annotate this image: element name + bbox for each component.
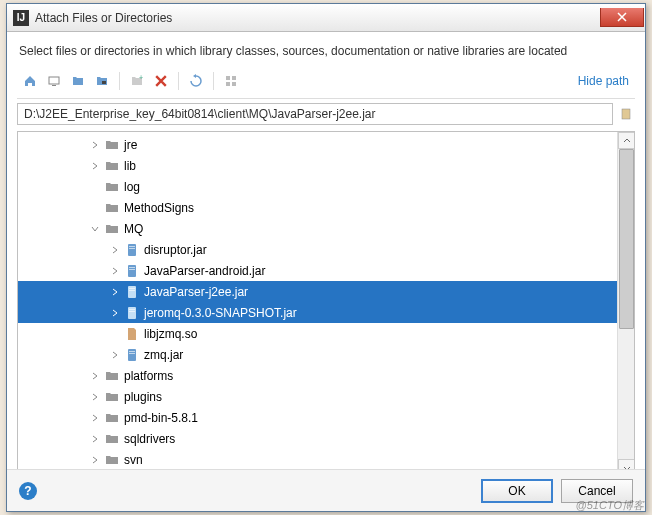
file-icon	[124, 326, 140, 342]
desktop-button[interactable]	[43, 70, 65, 92]
svg-rect-21	[128, 349, 136, 361]
tree-row[interactable]: platforms	[18, 365, 634, 386]
tree-row[interactable]: MethodSigns	[18, 197, 634, 218]
separator	[119, 72, 120, 90]
jar-icon	[124, 347, 140, 363]
tree-label: MethodSigns	[124, 201, 194, 215]
folder-icon	[104, 158, 120, 174]
locate-icon	[619, 107, 633, 121]
tree-label: zmq.jar	[144, 348, 183, 362]
home-icon	[23, 74, 37, 88]
chevron-right-icon[interactable]	[88, 411, 102, 425]
chevron-right-icon[interactable]	[88, 390, 102, 404]
tree-row[interactable]: JavaParser-android.jar	[18, 260, 634, 281]
svg-rect-16	[129, 288, 135, 289]
new-folder-icon: +	[130, 74, 144, 88]
module-button[interactable]	[91, 70, 113, 92]
svg-rect-10	[129, 246, 135, 247]
chevron-right-icon[interactable]	[108, 243, 122, 257]
scroll-up-button[interactable]	[618, 132, 635, 149]
show-hidden-icon	[224, 74, 238, 88]
tree-label: svn	[124, 453, 143, 467]
tree-label: lib	[124, 159, 136, 173]
tree-row[interactable]: lib	[18, 155, 634, 176]
file-tree[interactable]: jreliblogMethodSignsMQdisruptor.jarJavaP…	[18, 132, 634, 472]
tree-label: MQ	[124, 222, 143, 236]
chevron-right-icon[interactable]	[88, 159, 102, 173]
scrollbar[interactable]	[617, 132, 634, 476]
folder-icon	[104, 389, 120, 405]
instruction-text: Select files or directories in which lib…	[17, 42, 635, 68]
folder-icon	[104, 431, 120, 447]
content: Select files or directories in which lib…	[7, 32, 645, 493]
chevron-right-icon[interactable]	[108, 348, 122, 362]
tree-row[interactable]: svn	[18, 449, 634, 470]
close-button[interactable]	[600, 8, 644, 27]
chevron-right-icon[interactable]	[88, 432, 102, 446]
tree-row[interactable]: libjzmq.so	[18, 323, 634, 344]
jar-icon	[124, 305, 140, 321]
svg-rect-14	[129, 269, 135, 270]
tree-row[interactable]: sqldrivers	[18, 428, 634, 449]
tree-row[interactable]: log	[18, 176, 634, 197]
delete-button[interactable]	[150, 70, 172, 92]
svg-rect-23	[129, 353, 135, 354]
chevron-right-icon	[88, 201, 102, 215]
hide-path-link[interactable]: Hide path	[578, 74, 629, 88]
project-icon	[71, 74, 85, 88]
folder-icon	[104, 200, 120, 216]
new-folder-button[interactable]: +	[126, 70, 148, 92]
svg-rect-6	[226, 82, 230, 86]
svg-rect-1	[52, 85, 56, 86]
close-icon	[617, 12, 627, 22]
chevron-right-icon[interactable]	[108, 285, 122, 299]
chevron-right-icon[interactable]	[88, 369, 102, 383]
tree-locate-button[interactable]	[617, 105, 635, 123]
scroll-thumb[interactable]	[619, 149, 634, 329]
svg-rect-15	[128, 286, 136, 298]
refresh-button[interactable]	[185, 70, 207, 92]
tree-label: platforms	[124, 369, 173, 383]
svg-rect-4	[226, 76, 230, 80]
tree-row[interactable]: plugins	[18, 386, 634, 407]
folder-icon	[104, 410, 120, 426]
folder-icon	[104, 179, 120, 195]
tree-label: pmd-bin-5.8.1	[124, 411, 198, 425]
svg-rect-11	[129, 248, 135, 249]
svg-rect-22	[129, 351, 135, 352]
chevron-right-icon	[88, 180, 102, 194]
svg-rect-5	[232, 76, 236, 80]
ok-button[interactable]: OK	[481, 479, 553, 503]
project-button[interactable]	[67, 70, 89, 92]
svg-rect-9	[128, 244, 136, 256]
tree-row[interactable]: JavaParser-j2ee.jar	[18, 281, 634, 302]
svg-rect-18	[128, 307, 136, 319]
path-input[interactable]	[17, 103, 613, 125]
tree-row[interactable]: MQ	[18, 218, 634, 239]
separator	[213, 72, 214, 90]
tree-row[interactable]: disruptor.jar	[18, 239, 634, 260]
desktop-icon	[47, 74, 61, 88]
svg-rect-12	[128, 265, 136, 277]
chevron-down-icon[interactable]	[88, 222, 102, 236]
tree-row[interactable]: jeromq-0.3.0-SNAPSHOT.jar	[18, 302, 634, 323]
home-button[interactable]	[19, 70, 41, 92]
svg-rect-0	[49, 77, 59, 84]
chevron-right-icon[interactable]	[88, 138, 102, 152]
delete-icon	[155, 75, 167, 87]
help-button[interactable]: ?	[19, 482, 37, 500]
tree-row[interactable]: jre	[18, 134, 634, 155]
chevron-right-icon	[108, 327, 122, 341]
chevron-right-icon[interactable]	[88, 453, 102, 467]
folder-icon	[104, 221, 120, 237]
show-hidden-button[interactable]	[220, 70, 242, 92]
chevron-right-icon[interactable]	[108, 306, 122, 320]
folder-icon	[104, 452, 120, 468]
tree-row[interactable]: zmq.jar	[18, 344, 634, 365]
window-title: Attach Files or Directories	[35, 11, 172, 25]
chevron-right-icon[interactable]	[108, 264, 122, 278]
folder-icon	[104, 368, 120, 384]
tree-label: plugins	[124, 390, 162, 404]
svg-rect-17	[129, 290, 135, 291]
tree-row[interactable]: pmd-bin-5.8.1	[18, 407, 634, 428]
